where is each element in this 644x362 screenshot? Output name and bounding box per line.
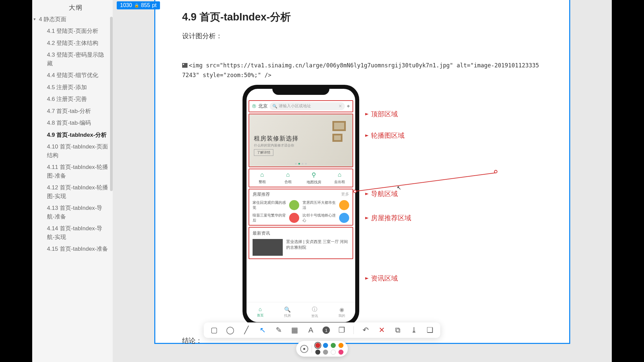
outline-title: 大纲: [42, 3, 109, 12]
toc-item[interactable]: 4.1 登陆页-页面分析: [42, 25, 109, 37]
rec-item[interactable]: 宜居四五环大都市生活: [303, 200, 349, 210]
banner-subtitle: 什么样的室内装修才适合你: [254, 143, 294, 148]
pencil-tool[interactable]: ✎: [274, 326, 283, 335]
color-swatch[interactable]: [315, 343, 320, 348]
separator: [354, 326, 354, 334]
news-item[interactable]: 置业选择 | 安贞西里 三室一厅 河间的古雅别院: [253, 239, 349, 256]
search-icon: 🔍: [272, 104, 277, 109]
user-icon: ◉: [339, 306, 344, 313]
code-snippet: <img src="https://tva1.sinaimg.cn/large/…: [182, 61, 542, 80]
banner-title: 租房装修新选择: [254, 134, 299, 142]
color-swatch[interactable]: [331, 350, 336, 355]
toc-item[interactable]: 4.14 首页-tabIndex-导航-实现: [42, 223, 109, 243]
width-value: 1030: [120, 2, 132, 8]
toc-item[interactable]: 4.8 首页-tab-编码: [42, 117, 109, 129]
rect-tool[interactable]: ▢: [210, 326, 219, 335]
nav-item[interactable]: ⌂合租: [275, 169, 301, 187]
ellipse-tool[interactable]: ◯: [226, 326, 235, 335]
image-icon: [182, 63, 187, 68]
nav-zone: ⌂整租 ⌂合租 ⚲地图找房 ⌂去出租: [249, 169, 353, 187]
download-button[interactable]: ⤓: [410, 326, 418, 335]
carousel-zone: 租房装修新选择 什么样的室内装修才适合你 了解详情: [249, 114, 353, 167]
top-zone: ⦿ 北京 🔍 请输入小区或地址 ✕ ⌖: [249, 100, 353, 112]
color-swatch[interactable]: [323, 343, 328, 348]
search-input[interactable]: 🔍 请输入小区或地址 ✕: [270, 102, 345, 110]
tab-home[interactable]: ⌂首页: [247, 302, 274, 322]
news-zone: 最新资讯 置业选择 | 安贞西里 三室一厅 河间的古雅别院: [249, 227, 353, 259]
text-tool[interactable]: A: [307, 326, 315, 335]
window-tool[interactable]: ❐: [337, 326, 346, 335]
toc-item[interactable]: 4.10 首页-tabIndex-页面结构: [42, 141, 109, 161]
brush-size[interactable]: [300, 345, 308, 353]
annot-carousel: 轮播图区域: [365, 131, 405, 140]
annot-nav: 导航区域: [365, 189, 398, 198]
tab-me[interactable]: ◉我的: [328, 302, 355, 322]
unit-label: pt: [152, 2, 156, 8]
dimension-badge: 1030 🔒 855 pt: [117, 1, 160, 9]
toc-item[interactable]: 4.5 注册页-添加: [42, 81, 109, 94]
content-area: 4.9 首页-tabIndex-分析 设计图分析： <img src="http…: [113, 0, 612, 362]
color-swatch[interactable]: [315, 350, 320, 355]
pin-button[interactable]: ⧉: [393, 326, 402, 335]
rec-more-link[interactable]: 更多: [341, 191, 349, 197]
rec-item[interactable]: 喧嚣三里屯繁华的背后: [253, 213, 299, 223]
lock-icon: 🔒: [134, 3, 139, 8]
toc-item[interactable]: 4.2 登陆页-主体结构: [42, 37, 109, 49]
map-icon[interactable]: ⌖: [347, 103, 350, 109]
carousel-dots: [295, 163, 307, 165]
toc-item[interactable]: 4.3 登陆页-密码显示隐藏: [42, 49, 109, 69]
phone-mockup-area: ⦿ 北京 🔍 请输入小区或地址 ✕ ⌖ 租房装修新选择 什么样的室内装修才适: [182, 85, 542, 326]
toc-item[interactable]: 4.11 首页-tabIndex-轮播图-准备: [42, 161, 109, 182]
undo-button[interactable]: ↶: [361, 326, 370, 335]
tabbar: ⌂首页 🔍找房 ⓘ资讯 ◉我的: [247, 302, 355, 322]
tab-news[interactable]: ⓘ资讯: [301, 302, 328, 322]
close-button[interactable]: ✕: [377, 326, 386, 335]
toc-item[interactable]: 4.15 首页-tabIndex-准备: [42, 243, 109, 255]
line-tool[interactable]: ╱: [242, 326, 251, 335]
clear-icon[interactable]: ✕: [338, 104, 342, 109]
info-icon: ⓘ: [312, 306, 317, 313]
search-icon: 🔍: [284, 306, 291, 313]
toc-item[interactable]: 4.9 首页-tabIndex-分析: [42, 129, 109, 141]
toc-item[interactable]: 4.4 登陆页-细节优化: [42, 69, 109, 81]
toc-item[interactable]: 4.6 注册页-完善: [42, 93, 109, 105]
recommend-zone: 房屋推荐更多 家住回龙观归属的感觉 宜居四五环大都市生活 喧嚣三里屯繁华的背后 …: [249, 189, 353, 226]
house-icon: ⌂: [260, 171, 264, 178]
news-title: 最新资讯: [253, 230, 349, 236]
banner-decor: [332, 121, 346, 142]
phone-screen: ⦿ 北京 🔍 请输入小区或地址 ✕ ⌖ 租房装修新选择 什么样的室内装修才适: [247, 89, 355, 322]
arrow-tool[interactable]: ↖: [258, 326, 267, 335]
toc-item[interactable]: 4.7 首页-tab-分析: [42, 105, 109, 117]
outline-sidebar: 大纲 4 静态页面 4.1 登陆页-页面分析4.2 登陆页-主体结构4.3 登陆…: [32, 0, 113, 362]
color-swatch[interactable]: [338, 343, 343, 348]
nav-item[interactable]: ⚲地图找房: [301, 169, 327, 187]
mosaic-tool[interactable]: ▦: [290, 326, 299, 335]
number-tool[interactable]: 1: [323, 326, 330, 334]
separator: [312, 345, 312, 353]
line-handle-start[interactable]: [353, 190, 357, 193]
scrollbar[interactable]: [110, 17, 113, 191]
page-heading: 4.9 首页-tabIndex-分析: [182, 10, 542, 24]
color-swatch[interactable]: [338, 350, 343, 355]
copy-button[interactable]: ❏: [426, 326, 434, 335]
rec-item[interactable]: 比邻十号线地铁心连心: [303, 213, 349, 223]
color-swatch[interactable]: [331, 343, 336, 348]
rec-item[interactable]: 家住回龙观归属的感觉: [253, 200, 299, 210]
rent-out-icon: ⌂: [338, 171, 341, 178]
toc-item[interactable]: 4.13 首页-tabIndex-导航-准备: [42, 202, 109, 223]
height-value: 855: [141, 2, 150, 8]
annotation-toolbar: ▢ ◯ ╱ ↖ ✎ ▦ A 1 ❐ ↶ ✕ ⧉ ⤓ ❏: [204, 322, 440, 338]
share-house-icon: ⌂: [286, 171, 290, 178]
tab-search[interactable]: 🔍找房: [274, 302, 301, 322]
phone-frame: ⦿ 北京 🔍 请输入小区或地址 ✕ ⌖ 租房装修新选择 什么样的室内装修才适: [243, 85, 359, 326]
nav-item[interactable]: ⌂去出租: [327, 169, 353, 187]
section-heading[interactable]: 4 静态页面: [39, 15, 109, 23]
banner-button[interactable]: 了解详情: [254, 149, 273, 156]
toc-item[interactable]: 4.12 首页-tabIndex-轮播图-实现: [42, 182, 109, 202]
city-label: 北京: [258, 103, 268, 109]
line-handle-end[interactable]: [494, 170, 497, 173]
nav-item[interactable]: ⌂整租: [249, 169, 275, 187]
color-swatch[interactable]: [323, 350, 328, 355]
annot-rec: 房屋推荐区域: [365, 214, 411, 223]
drawn-arrow-line[interactable]: [355, 172, 496, 191]
